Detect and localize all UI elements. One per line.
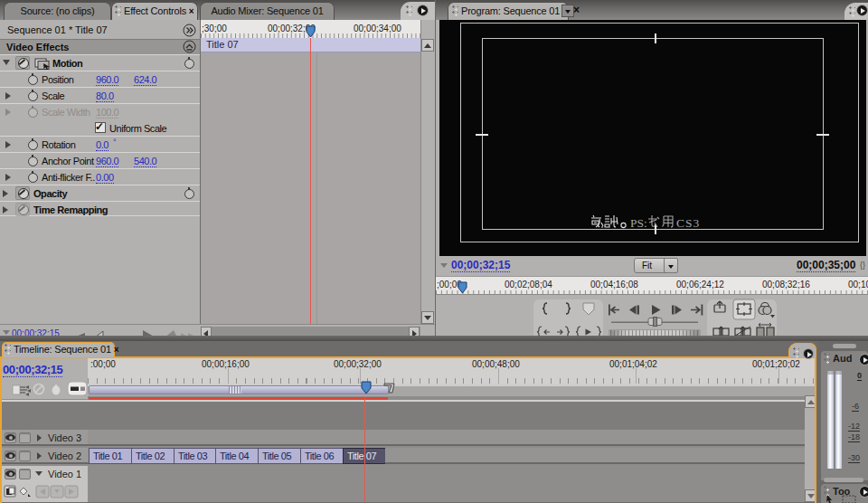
- svg-text:PS:: PS:: [630, 216, 647, 230]
- svg-text:CS3: CS3: [676, 216, 700, 230]
